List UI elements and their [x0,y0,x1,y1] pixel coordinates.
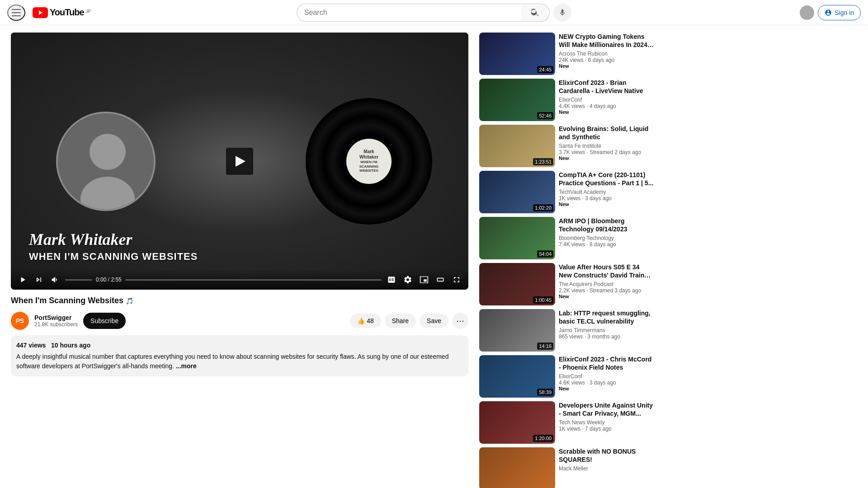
logo[interactable]: YouTube JP [33,7,91,18]
sidebar-item-channel: Jarno Timmermans [559,327,654,333]
volume-bar[interactable] [65,279,92,281]
subscribe-button[interactable]: Subscribe [83,313,126,329]
sidebar-item-title: ARM IPO | Bloomberg Technology 09/14/202… [559,217,654,233]
sidebar-item-title: Scrabble with NO BONUS SQUARES! [559,447,654,464]
vinyl-text-3: WHEN I'M [360,160,377,164]
sidebar-item-info: ElixirConf 2023 - Chris McCord - Phoenix… [559,355,654,398]
theater-icon [436,275,445,284]
sidebar-item-badge: New [559,109,654,115]
video-duration: 54:04 [537,250,553,258]
play-button[interactable] [226,148,253,175]
miniplayer-button[interactable] [418,273,430,286]
sidebar-item-channel: ElixirConf [559,373,654,380]
video-meta: When I'm Scanning Websites 🎵 PS PortSwig… [11,290,468,382]
sidebar-item-info: ElixirConf 2023 - Brian Cardarella - Liv… [559,79,654,121]
volume-icon [51,275,60,284]
settings-button[interactable] [401,273,414,286]
sidebar: 24:45 NEW Crypto Gaming Tokens Will Make… [479,25,661,488]
sidebar-item-channel: TechVault Academy [559,189,654,195]
search-button[interactable] [521,4,550,22]
sidebar-item[interactable]: 24:45 NEW Crypto Gaming Tokens Will Make… [479,33,654,75]
video-title: When I'm Scanning Websites 🎵 [11,295,468,306]
sidebar-item[interactable]: 52:46 ElixirConf 2023 - Brian Cardarella… [479,79,654,121]
channel-row: PS PortSwigger 21.8K subscribers Subscri… [11,312,468,330]
channel-avatar[interactable]: PS [11,312,29,330]
sidebar-item[interactable]: 1:02:20 CompTIA A+ Core (220-1101) Pract… [479,171,654,213]
search-bar [297,4,550,22]
menu-button[interactable] [7,5,25,21]
vinyl-text-2: Whitaker [359,155,378,160]
play-pause-button[interactable] [16,273,29,286]
sidebar-item-channel: ElixirConf [559,97,654,103]
save-button[interactable]: Save [420,314,448,328]
sidebar-item-info: NEW Crypto Gaming Tokens Will Make Milli… [559,33,654,75]
sign-in-button[interactable]: Sign in [818,5,861,20]
sidebar-item-badge: New [559,155,654,161]
logo-jp: JP [86,9,91,14]
description-more-link[interactable]: ...more [176,362,197,370]
sidebar-item[interactable]: 54:04 ARM IPO | Bloomberg Technology 09/… [479,217,654,259]
play-icon [18,275,27,284]
sidebar-item-info: Value After Hours S05 E 34 New Construct… [559,263,654,305]
sidebar-item-title: NEW Crypto Gaming Tokens Will Make Milli… [559,33,654,49]
sidebar-item[interactable]: 58:39 ElixirConf 2023 - Chris McCord - P… [479,355,654,398]
sidebar-item-meta: 7.4K views · 8 days ago [559,241,654,248]
sidebar-item-title: Lab: HTTP request smuggling, basic TE.CL… [559,309,654,325]
vinyl-text-5: WEBSITES [359,169,378,173]
mic-button[interactable] [553,4,571,22]
video-duration: 14:16 [537,343,553,350]
sidebar-item-badge: New [559,63,654,69]
sidebar-item-meta: 24K views · 6 days ago [559,57,654,63]
video-controls: 0:00 / 2:55 [11,270,468,290]
sidebar-item-meta: 4.4K views · 4 days ago [559,103,654,109]
miniplayer-icon [420,275,429,284]
sidebar-thumbnail: 14:16 [479,309,555,352]
sidebar-item-channel: Tech News Weekly [559,419,654,426]
volume-button[interactable] [49,273,61,286]
search-input[interactable] [297,4,521,22]
time-display: 0:00 / 2:55 [96,277,122,283]
sidebar-thumbnail: 1:02:20 [479,171,555,213]
fullscreen-button[interactable] [450,273,463,286]
sidebar-thumbnail: 1:20:00 [479,401,555,444]
description-text: A deeply insightful musical number that … [16,352,463,371]
sidebar-item-channel: Santa Fe Institute [559,143,654,149]
music-icon: 🎵 [126,297,133,305]
overlay-artist-name: Mark Whitaker [29,230,198,249]
sidebar-thumbnail: 58:39 [479,355,555,398]
sidebar-item[interactable]: Scrabble with NO BONUS SQUARES! Mack Mel… [479,447,654,488]
video-player[interactable]: Mark Whitaker WHEN I'M SCANNING WEBSITES… [11,33,468,290]
video-duration: 24:45 [537,66,553,73]
video-section: Mark Whitaker WHEN I'M SCANNING WEBSITES… [0,25,479,488]
sidebar-item-title: Value After Hours S05 E 34 New Construct… [559,263,654,279]
settings-icon [403,275,412,284]
progress-bar[interactable] [125,279,382,281]
action-buttons: 👍 48 Share Save ⋯ [350,313,468,329]
avatar[interactable] [800,5,814,20]
sidebar-item[interactable]: 14:16 Lab: HTTP request smuggling, basic… [479,309,654,352]
sidebar-item-meta: 865 views · 3 months ago [559,333,654,340]
video-duration: 1:20:00 [533,435,553,442]
sidebar-item-channel: Mack Meller [559,465,654,472]
skip-button[interactable] [33,273,45,286]
sidebar-item-badge: New [559,386,654,391]
fullscreen-icon [452,275,461,284]
sidebar-item-info: ARM IPO | Bloomberg Technology 09/14/202… [559,217,654,259]
header-left: YouTube JP [7,5,116,21]
header-center [116,4,752,22]
sidebar-item-meta: 1K views · 3 days ago [559,195,654,202]
like-button[interactable]: 👍 48 [350,314,381,328]
more-actions-button[interactable]: ⋯ [452,313,468,329]
sidebar-item[interactable]: 1:00:45 Value After Hours S05 E 34 New C… [479,263,654,305]
sidebar-item-badge: New [559,294,654,299]
sidebar-item[interactable]: 1:23:51 Evolving Brains: Solid, Liquid a… [479,125,654,167]
theater-button[interactable] [434,273,447,286]
video-overlay-info: Mark Whitaker WHEN I'M SCANNING WEBSITES [29,230,198,263]
mic-icon [558,9,566,17]
share-button[interactable]: Share [385,314,416,328]
sidebar-item-info: Evolving Brains: Solid, Liquid and Synth… [559,125,654,167]
channel-name[interactable]: PortSwigger [34,314,78,321]
header-right: Sign in [752,5,861,20]
sidebar-item[interactable]: 1:20:00 Developers Unite Against Unity -… [479,401,654,444]
subtitles-button[interactable] [385,273,398,286]
